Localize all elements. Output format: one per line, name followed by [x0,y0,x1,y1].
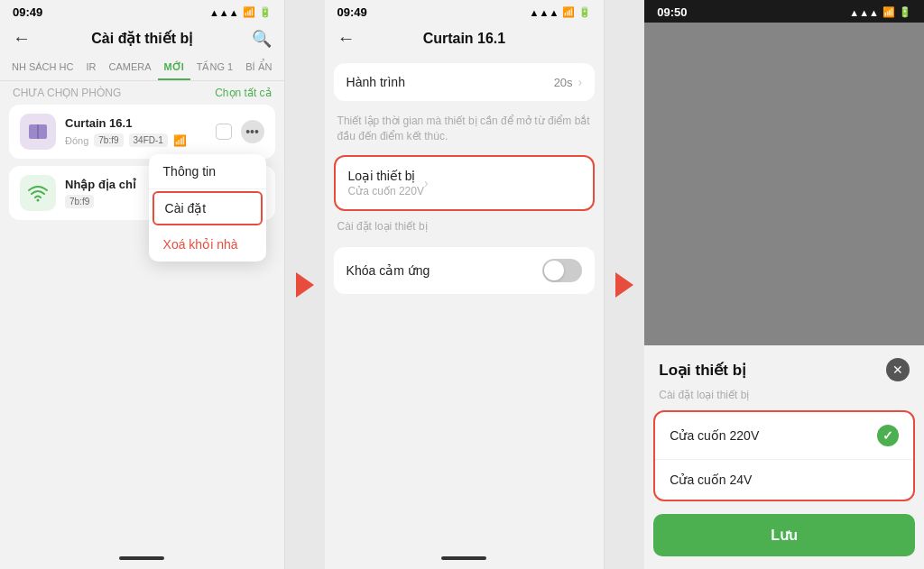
home-indicator-1 [0,551,284,569]
option-220v[interactable]: Cửa cuốn 220V ✓ [655,412,913,460]
room-row: CHƯA CHỌN PHÒNG Chọn tất cả [0,81,284,105]
status-bar-3: 09:50 ▲▲▲ 📶 🔋 [644,0,924,23]
device-checkbox-1[interactable] [216,124,232,140]
option-24v-label: Cửa cuốn 24V [670,473,752,487]
khoa-label: Khóa cảm ứng [346,263,543,278]
wifi-icon-2: 📶 [562,6,575,18]
modal-header: Loại thiết bị ✕ [644,345,924,387]
device-dots-1[interactable]: ••• [241,120,264,143]
signal-icon-2: ▲▲▲ [530,7,559,18]
status-bar-2: 09:49 ▲▲▲ 📶 🔋 [325,0,605,23]
device-sub-1: Đóng 7b:f9 34FD-1 📶 [65,133,207,147]
cai-dat-label: Cài đặt loại thiết bị [325,216,605,240]
search-button-1[interactable]: 🔍 [252,29,272,49]
modal-close-button[interactable]: ✕ [886,358,910,381]
room-label: CHƯA CHỌN PHÒNG [13,87,121,99]
status-icons-2: ▲▲▲ 📶 🔋 [530,6,592,18]
hanh-trinh-arrow: › [578,75,583,89]
khoa-toggle[interactable] [542,259,582,282]
device-icon-1 [20,114,56,150]
loai-thiet-bi-info: Loại thiết bị Cửa cuốn 220V [348,169,424,197]
device-id-1: 34FD-1 [129,133,168,147]
back-button-2[interactable]: ← [337,28,356,49]
phone1: 09:49 ▲▲▲ 📶 🔋 ← Cài đặt thiết bị 🔍 NH SÁ… [0,0,285,569]
tab-bi-an[interactable]: BÍ ẨN [239,56,278,80]
select-all-link[interactable]: Chọn tất cả [215,87,271,99]
modal-subtitle: Cài đặt loại thiết bị [644,387,924,410]
modal-title: Loại thiết bị [659,361,746,380]
device-tag-2: 7b:f9 [65,195,94,208]
arrow-2 [605,0,644,569]
page-title-1: Cài đặt thiết bị [91,30,192,47]
app-header-2: ← Curtain 16.1 [325,23,605,56]
phone2: 09:49 ▲▲▲ 📶 🔋 ← Curtain 16.1 Hành trình … [325,0,605,569]
tab-camera[interactable]: CAMERA [102,56,157,80]
loai-thiet-bi-label: Loại thiết bị [348,169,424,183]
device-name-1: Curtain 16.1 [65,116,207,130]
back-button-1[interactable]: ← [13,28,31,49]
status-time-1: 09:49 [13,5,42,19]
option-24v[interactable]: Cửa cuốn 24V [655,460,913,500]
phone3: 09:50 ▲▲▲ 📶 🔋 Loại thiết bị ✕ Cài đặt lo… [644,0,924,569]
status-icons-1: ▲▲▲ 📶 🔋 [209,6,272,18]
loai-thiet-bi-highlighted: Loại thiết bị Cửa cuốn 220V › [334,155,596,211]
signal-icon: ▲▲▲ [209,7,239,18]
loai-arrow: › [424,176,429,190]
context-menu: Thông tin Cài đặt Xoá khỏi nhà [149,154,266,262]
context-item-info[interactable]: Thông tin [149,154,266,189]
toggle-knob [544,261,564,280]
device-info-1: Curtain 16.1 Đóng 7b:f9 34FD-1 📶 [65,116,207,147]
wifi-status-icon: 📶 [173,134,187,147]
context-item-settings[interactable]: Cài đặt [152,191,263,225]
device-item-1: Curtain 16.1 Đóng 7b:f9 34FD-1 📶 ••• Thô… [9,105,275,159]
context-item-remove[interactable]: Xoá khỏi nhà [149,227,266,262]
khoa-row: Khóa cảm ứng [334,247,596,294]
loai-thiet-bi-current: Cửa cuốn 220V [348,185,424,197]
device-icon-2 [20,175,56,211]
status-time-2: 09:49 [337,5,367,19]
hanh-trinh-hint: Thiết lập thời gian mà thiết bị cần để m… [325,108,605,150]
tab-tang1[interactable]: TẦNG 1 [190,56,239,80]
option-220v-label: Cửa cuốn 220V [670,428,759,443]
check-icon-220v: ✓ [877,425,899,446]
status-icons-3: ▲▲▲ 📶 🔋 [849,6,911,18]
page-title-2: Curtain 16.1 [423,31,506,47]
device-tag-1: 7b:f9 [94,133,123,147]
battery-icon: 🔋 [259,6,272,18]
wifi-icon: 📶 [243,6,255,18]
tab-moi[interactable]: MỚI [158,56,190,80]
khoa-section: Khóa cảm ứng [334,247,596,294]
hanh-trinh-label: Hành trình [346,75,554,89]
device-status-1: Đóng [65,135,88,146]
save-button[interactable]: Lưu [653,514,915,556]
hanh-trinh-value: 20s [554,76,573,89]
modal-options: Cửa cuốn 220V ✓ Cửa cuốn 24V [653,410,915,501]
tabs-bar: NH SÁCH HC IR CAMERA MỚI TẦNG 1 BÍ ẨN [0,56,284,81]
status-time-3: 09:50 [657,5,687,19]
device-list: Curtain 16.1 Đóng 7b:f9 34FD-1 📶 ••• Thô… [0,105,284,551]
app-header-1: ← Cài đặt thiết bị 🔍 [0,23,284,56]
wifi-icon-3: 📶 [882,6,895,18]
home-indicator-2 [325,551,605,569]
modal-backdrop: Loại thiết bị ✕ Cài đặt loại thiết bị Cử… [644,23,924,569]
battery-icon-2: 🔋 [578,6,591,18]
battery-icon-3: 🔋 [899,6,911,18]
arrow-icon-2 [615,272,633,298]
hanh-trinh-section: Hành trình 20s › [334,63,596,101]
status-bar-1: 09:49 ▲▲▲ 📶 🔋 [0,0,284,23]
tab-nha-sach-hc[interactable]: NH SÁCH HC [5,56,79,80]
loai-thiet-bi-row[interactable]: Loại thiết bị Cửa cuốn 220V › [336,157,594,209]
arrow-1 [285,0,325,569]
hanh-trinh-row[interactable]: Hành trình 20s › [334,63,596,101]
tab-ir[interactable]: IR [79,56,102,80]
svg-point-2 [37,199,40,202]
modal-sheet: Loại thiết bị ✕ Cài đặt loại thiết bị Cử… [644,345,924,569]
arrow-icon-1 [296,272,314,298]
signal-icon-3: ▲▲▲ [849,7,879,18]
